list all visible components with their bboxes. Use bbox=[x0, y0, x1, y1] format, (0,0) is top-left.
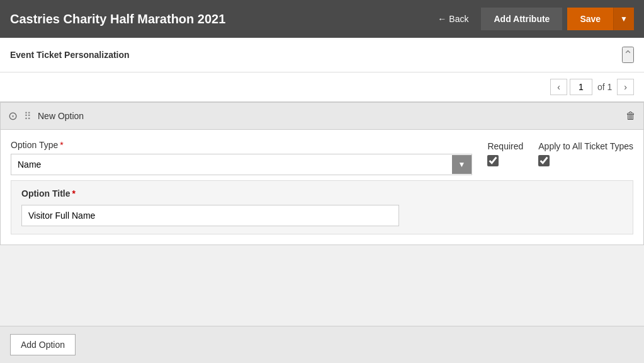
save-dropdown-button[interactable]: ▼ bbox=[613, 8, 634, 30]
option-title-input[interactable] bbox=[21, 205, 399, 226]
main-content: ‹ of 1 › ⊙ ⠿ New Option 🗑 Option Type* bbox=[0, 72, 644, 245]
option-title-label: Option Title* bbox=[21, 188, 623, 199]
required-star: * bbox=[60, 140, 63, 150]
option-type-label: Option Type* bbox=[11, 140, 472, 150]
save-button-group: Save ▼ bbox=[567, 8, 634, 30]
delete-option-button[interactable]: 🗑 bbox=[626, 110, 636, 122]
section-collapse-button[interactable]: ⌃ bbox=[622, 47, 634, 63]
back-button[interactable]: ← Back bbox=[430, 10, 476, 28]
page-number-input[interactable] bbox=[570, 79, 592, 95]
option-row-label: New Option bbox=[38, 111, 619, 121]
chevron-down-icon: ▼ bbox=[620, 14, 628, 23]
collapse-circle-icon: ⊙ bbox=[8, 110, 18, 122]
next-page-icon: › bbox=[624, 82, 627, 92]
dropdown-chevron-icon: ▼ bbox=[458, 160, 466, 169]
required-label: Required bbox=[487, 141, 523, 151]
option-type-select[interactable]: Name bbox=[11, 154, 452, 175]
required-checkbox[interactable] bbox=[487, 155, 499, 166]
option-form-row: Option Type* Name ▼ Required Apply to Al… bbox=[11, 140, 633, 175]
apply-all-group: Apply to All Ticket Types bbox=[538, 140, 633, 166]
page-title: Castries Charity Half Marathon 2021 bbox=[10, 12, 430, 26]
chevron-up-icon: ⌃ bbox=[623, 49, 633, 61]
drag-handle-icon[interactable]: ⠿ bbox=[24, 110, 31, 122]
option-type-group: Option Type* Name ▼ bbox=[11, 140, 472, 175]
back-arrow-icon: ← bbox=[438, 14, 446, 24]
option-title-required-star: * bbox=[72, 188, 76, 199]
prev-page-icon: ‹ bbox=[557, 82, 560, 92]
back-label: Back bbox=[449, 14, 468, 24]
option-type-select-wrapper: Name ▼ bbox=[11, 154, 472, 175]
pagination-bar: ‹ of 1 › bbox=[0, 72, 644, 101]
header: Castries Charity Half Marathon 2021 ← Ba… bbox=[0, 0, 644, 38]
section-title: Event Ticket Personalization bbox=[10, 50, 130, 60]
option-row-header: ⊙ ⠿ New Option 🗑 bbox=[0, 101, 644, 130]
apply-all-label: Apply to All Ticket Types bbox=[538, 141, 633, 151]
trash-icon: 🗑 bbox=[626, 110, 636, 121]
section-header: Event Ticket Personalization ⌃ bbox=[0, 38, 644, 72]
header-actions: ← Back Add Attribute Save ▼ bbox=[430, 8, 634, 30]
add-attribute-button[interactable]: Add Attribute bbox=[481, 8, 562, 30]
option-type-dropdown-button[interactable]: ▼ bbox=[452, 155, 472, 174]
option-title-section: Option Title* bbox=[11, 180, 633, 234]
option-body: Option Type* Name ▼ Required Apply to Al… bbox=[0, 130, 644, 245]
prev-page-button[interactable]: ‹ bbox=[550, 79, 567, 95]
footer: Add Option bbox=[0, 326, 644, 363]
save-button[interactable]: Save bbox=[567, 8, 613, 30]
add-option-button[interactable]: Add Option bbox=[10, 334, 76, 355]
next-page-button[interactable]: › bbox=[617, 79, 634, 95]
apply-all-checkbox[interactable] bbox=[538, 155, 550, 166]
page-of-label: of 1 bbox=[595, 82, 614, 92]
required-group: Required bbox=[487, 140, 523, 166]
option-collapse-button[interactable]: ⊙ bbox=[8, 109, 18, 123]
